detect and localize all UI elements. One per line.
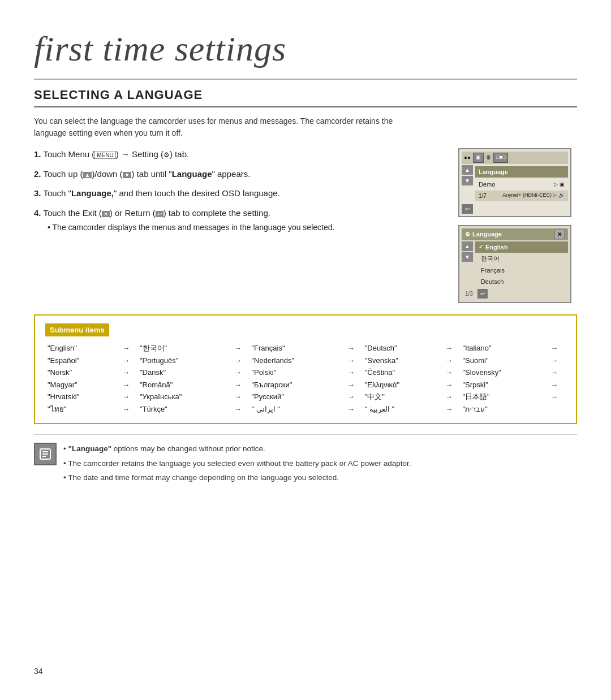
note-0: • "Language" options may be changed with…: [63, 443, 411, 455]
submenu-row-0: "English"→"한국어"→"Français"→"Deutsch"→"It…: [45, 342, 566, 355]
intro-text: You can select the language the camcorde…: [34, 115, 396, 139]
submenu-lang-3-6: "Ελληνικά": [363, 379, 438, 391]
lang-box-title: Language: [472, 230, 554, 239]
submenu-row-5: "ไทย"→"Türkçe"→" ايرانى "→" العربية "→"ע…: [45, 403, 566, 416]
note-1: • The camcorder retains the language you…: [63, 457, 411, 470]
submenu-arrow: →: [543, 355, 566, 367]
lang-return-button[interactable]: ↩: [477, 289, 488, 299]
submenu-box: Submenu items "English"→"한국어"→"Français"…: [34, 314, 577, 425]
submenu-arrow: →: [437, 366, 460, 379]
submenu-lang-0-6: "Deutsch": [363, 342, 438, 355]
submenu-arrow: →: [437, 379, 460, 391]
submenu-lang-3-4: "Български": [249, 379, 339, 391]
submenu-lang-2-0: "Norsk": [45, 366, 115, 379]
submenu-arrow: →: [226, 355, 249, 367]
submenu-arrow: →: [226, 379, 249, 391]
submenu-arrow: →: [226, 403, 249, 416]
submenu-arrow: →: [115, 342, 137, 355]
submenu-lang-1-2: "Português": [137, 355, 226, 367]
submenu-arrow: →: [226, 391, 249, 403]
checkmark-icon: ✓: [479, 243, 483, 251]
submenu-table: "English"→"한국어"→"Français"→"Deutsch"→"It…: [45, 342, 566, 415]
submenu-lang-5-0: "ไทย": [45, 403, 115, 416]
sub-note: • The camcorder displays the menus and m…: [48, 222, 447, 234]
menu-icon-battery: □■□: [493, 153, 508, 163]
menu-return-button[interactable]: ↩: [462, 204, 473, 214]
menu-anynet-item[interactable]: 1/7 Anynet+ (HDMI-CEC) ▷ 🔊: [475, 191, 568, 201]
submenu-lang-4-8: "日本語": [461, 391, 543, 403]
submenu-arrow: →: [115, 403, 137, 416]
submenu-lang-2-2: "Dansk": [137, 366, 226, 379]
submenu-lang-2-8: "Slovensky": [461, 366, 543, 379]
lang-item-french[interactable]: Français: [475, 265, 568, 276]
submenu-arrow: →: [340, 403, 363, 416]
submenu-lang-1-8: "Suomi": [461, 355, 543, 367]
submenu-row-4: "Hrvatski"→"Українська"→"Русский"→"中文"→"…: [45, 391, 566, 403]
submenu-arrow: →: [226, 342, 249, 355]
submenu-arrow: →: [340, 379, 363, 391]
submenu-lang-3-8: "Srpski": [461, 379, 543, 391]
step-4: 4. Touch the Exit (✕) or Return (↩) tab …: [34, 207, 447, 234]
lang-up-arrow[interactable]: ▲: [462, 241, 473, 251]
submenu-lang-1-4: "Nederlands": [249, 355, 339, 367]
submenu-arrow: →: [340, 391, 363, 403]
page-title: first time settings: [34, 23, 577, 80]
submenu-arrow: →: [437, 355, 460, 367]
submenu-lang-0-4: "Français": [249, 342, 339, 355]
submenu-title: Submenu items: [45, 323, 109, 337]
submenu-row-2: "Norsk"→"Dansk"→"Polski"→"Čeština"→"Slov…: [45, 366, 566, 379]
lang-item-korean[interactable]: 한국어: [475, 253, 568, 265]
lang-ui-box: ⚙ Language ✕ ▲ ▼ ✓ English 한국어: [458, 225, 571, 303]
menu-icon-grid: ▣: [473, 153, 484, 163]
menu-down-arrow[interactable]: ▼: [462, 176, 473, 185]
menu-up-arrow[interactable]: ▲: [462, 165, 473, 175]
menu-icon-gear: ⚙: [486, 153, 491, 162]
lang-item-german[interactable]: Deutsch: [475, 276, 568, 288]
note-2: • The date and time format may change de…: [63, 472, 411, 484]
menu-ui-box: ●● ▣ ⚙ □■□ ▲ ▼ Language Demo ▷ ▣: [458, 148, 571, 217]
instructions-panel: 1. Touch Menu (MENU) → Setting (⚙) tab. …: [34, 148, 447, 303]
submenu-arrow: →: [340, 355, 363, 367]
submenu-lang-0-2: "한국어": [137, 342, 226, 355]
submenu-lang-5-8: "עברית": [461, 403, 543, 416]
menu-demo-item[interactable]: Demo ▷ ▣: [475, 179, 568, 191]
submenu-lang-4-4: "Русский": [249, 391, 339, 403]
submenu-lang-4-6: "中文": [363, 391, 438, 403]
submenu-lang-2-6: "Čeština": [363, 366, 438, 379]
section-heading: SELECTING A LANGUAGE: [34, 85, 577, 107]
submenu-lang-0-8: "Italiano": [461, 342, 543, 355]
submenu-lang-5-4: " ايرانى ": [249, 403, 339, 416]
notes-box: • "Language" options may be changed with…: [34, 434, 577, 486]
menu-language-item[interactable]: Language: [475, 166, 568, 178]
lang-item-english[interactable]: ✓ English: [475, 241, 568, 253]
lang-close-button[interactable]: ✕: [554, 230, 565, 239]
submenu-row-3: "Magyar"→"Română"→"Български"→"Ελληνικά"…: [45, 379, 566, 391]
notes-icon: [34, 443, 57, 465]
submenu-arrow: →: [115, 355, 137, 367]
submenu-lang-4-2: "Українська": [137, 391, 226, 403]
submenu-arrow: →: [543, 391, 566, 403]
submenu-arrow: →: [340, 366, 363, 379]
submenu-lang-1-6: "Svenska": [363, 355, 438, 367]
submenu-arrow: →: [437, 391, 460, 403]
submenu-arrow: →: [543, 379, 566, 391]
lang-down-arrow[interactable]: ▼: [462, 252, 473, 262]
submenu-lang-5-6: " العربية ": [363, 403, 438, 416]
submenu-arrow: →: [437, 342, 460, 355]
submenu-arrow: →: [115, 391, 137, 403]
submenu-arrow: →: [115, 379, 137, 391]
menu-icon-oo: ●●: [464, 153, 471, 162]
step-3: 3. Touch "Language," and then touch the …: [34, 187, 447, 200]
submenu-arrow: →: [543, 342, 566, 355]
page-number: 34: [34, 666, 43, 677]
submenu-lang-3-2: "Română": [137, 379, 226, 391]
step-1: 1. Touch Menu (MENU) → Setting (⚙) tab.: [34, 148, 447, 161]
submenu-lang-1-0: "Español": [45, 355, 115, 367]
submenu-lang-4-0: "Hrvatski": [45, 391, 115, 403]
submenu-lang-3-0: "Magyar": [45, 379, 115, 391]
submenu-arrow: →: [226, 366, 249, 379]
submenu-arrow: →: [340, 342, 363, 355]
notes-content: • "Language" options may be changed with…: [63, 443, 411, 486]
submenu-arrow: →: [115, 366, 137, 379]
submenu-lang-0-0: "English": [45, 342, 115, 355]
